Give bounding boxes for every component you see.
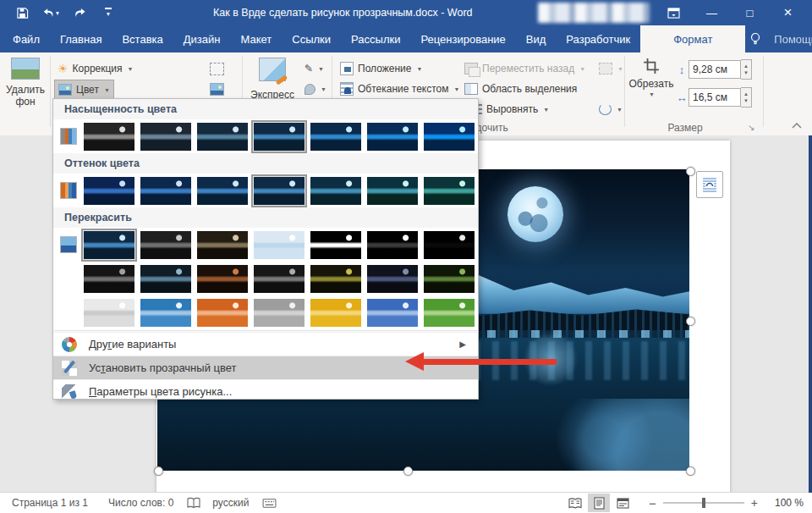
- maximize-button[interactable]: □: [731, 0, 769, 25]
- selection-handle-bottom-right[interactable]: [686, 466, 695, 476]
- color-variant-thumbnail[interactable]: [84, 231, 134, 259]
- height-input[interactable]: [689, 60, 741, 79]
- color-button[interactable]: Цвет ▼: [54, 80, 114, 100]
- read-mode-button[interactable]: [564, 494, 586, 512]
- group-caret-icon: ▼: [617, 66, 623, 72]
- web-layout-button[interactable]: [612, 494, 634, 512]
- color-variant-thumbnail[interactable]: [310, 123, 361, 151]
- tab-review[interactable]: Рецензирование: [410, 25, 515, 52]
- undo-icon[interactable]: ▾: [42, 3, 59, 22]
- height-spinner[interactable]: ▲▼: [741, 59, 752, 80]
- close-button[interactable]: ×: [769, 0, 807, 25]
- crop-caret-icon: ▼: [649, 91, 655, 97]
- tab-mailings[interactable]: Рассылки: [341, 25, 410, 52]
- color-variant-thumbnail[interactable]: [197, 231, 248, 259]
- ribbon-display-options-icon[interactable]: [655, 0, 693, 25]
- color-variant-thumbnail[interactable]: [254, 299, 304, 327]
- color-variant-thumbnail[interactable]: [140, 265, 191, 293]
- menu-item-picture-color-options[interactable]: Параметры цвета рисунка...: [53, 379, 478, 403]
- collapse-ribbon-icon[interactable]: [790, 120, 804, 135]
- color-variant-thumbnail[interactable]: [140, 231, 191, 259]
- color-variant-thumbnail[interactable]: [84, 265, 134, 293]
- width-input[interactable]: [689, 88, 741, 107]
- color-variant-thumbnail[interactable]: [254, 231, 304, 259]
- word-count[interactable]: Число слов: 0: [108, 497, 173, 509]
- picture-quick-styles-button[interactable]: Экспресс: [249, 58, 296, 101]
- color-variant-thumbnail[interactable]: [310, 177, 361, 205]
- corrections-button[interactable]: ☀ Коррекция ▼: [54, 59, 137, 78]
- proofing-icon[interactable]: [187, 497, 200, 509]
- tab-layout[interactable]: Макет: [230, 25, 282, 52]
- color-variant-thumbnail[interactable]: [367, 231, 418, 259]
- reset-picture-button[interactable]: [206, 80, 228, 98]
- help-tab-label[interactable]: Помощн: [774, 33, 812, 46]
- position-label: Положение: [358, 63, 411, 74]
- align-button[interactable]: Выровнять ▼: [467, 100, 552, 119]
- tab-developer[interactable]: Разработчик: [556, 25, 640, 52]
- tab-insert[interactable]: Вставка: [112, 25, 173, 52]
- remove-background-button[interactable]: Удалить фон: [3, 58, 47, 108]
- selection-handle-top-right[interactable]: [686, 167, 695, 176]
- color-variant-thumbnail[interactable]: [424, 299, 475, 327]
- width-spinner[interactable]: ▲▼: [741, 87, 752, 108]
- color-variant-thumbnail[interactable]: [140, 123, 191, 151]
- size-dialog-launcher-icon[interactable]: ↘: [748, 123, 754, 132]
- tab-format[interactable]: Формат: [640, 25, 745, 52]
- position-button[interactable]: Положение ▼: [337, 59, 425, 78]
- picture-effects-button[interactable]: ▼: [301, 80, 330, 98]
- selection-handle-bottom-middle[interactable]: [403, 466, 413, 476]
- color-variant-thumbnail[interactable]: [367, 177, 418, 205]
- lightbulb-icon[interactable]: [745, 29, 765, 49]
- save-icon[interactable]: [14, 3, 30, 22]
- color-variant-thumbnail[interactable]: [367, 265, 418, 293]
- color-variant-thumbnail[interactable]: [197, 177, 248, 205]
- tab-view[interactable]: Вид: [516, 25, 557, 52]
- minimize-button[interactable]: —: [693, 0, 731, 25]
- page-indicator[interactable]: Страница 1 из 1: [12, 497, 88, 509]
- picture-border-button[interactable]: ✎ ▼: [301, 59, 327, 78]
- color-variant-thumbnail[interactable]: [367, 299, 418, 327]
- color-variant-thumbnail[interactable]: [84, 177, 134, 205]
- crop-button[interactable]: Обрезать ▼: [629, 58, 673, 97]
- color-variant-thumbnail[interactable]: [84, 299, 134, 327]
- color-variant-thumbnail[interactable]: [84, 123, 134, 151]
- color-variant-thumbnail[interactable]: [310, 231, 361, 259]
- color-variant-thumbnail[interactable]: [424, 231, 475, 259]
- selection-pane-button[interactable]: Область выделения: [461, 80, 580, 98]
- tab-references[interactable]: Ссылки: [282, 25, 341, 52]
- wrap-text-button[interactable]: Обтекание текстом ▼: [337, 80, 463, 98]
- color-variant-thumbnail[interactable]: [197, 265, 248, 293]
- zoom-in-button[interactable]: +: [751, 496, 758, 510]
- zoom-slider-knob[interactable]: [702, 498, 705, 508]
- layout-options-button[interactable]: [696, 171, 723, 198]
- customize-qat-icon[interactable]: ▾: [100, 3, 117, 22]
- zoom-slider[interactable]: [663, 502, 744, 504]
- color-variant-thumbnail[interactable]: [254, 265, 304, 293]
- color-variant-thumbnail[interactable]: [310, 299, 361, 327]
- change-picture-button[interactable]: [206, 59, 228, 78]
- keyboard-icon[interactable]: [262, 498, 277, 509]
- color-variant-thumbnail[interactable]: [424, 177, 475, 205]
- color-variant-thumbnail[interactable]: [310, 265, 361, 293]
- tab-home[interactable]: Главная: [50, 25, 112, 52]
- language-indicator[interactable]: русский: [212, 497, 249, 509]
- color-variant-thumbnail[interactable]: [140, 177, 191, 205]
- color-variant-thumbnail[interactable]: [424, 123, 475, 151]
- color-variant-thumbnail[interactable]: [424, 265, 475, 293]
- color-variant-thumbnail[interactable]: [197, 299, 248, 327]
- tab-file[interactable]: Файл: [3, 25, 50, 52]
- zoom-percentage[interactable]: 100 %: [768, 497, 804, 509]
- color-variant-thumbnail[interactable]: [254, 177, 304, 205]
- selection-handle-bottom-left[interactable]: [154, 466, 163, 476]
- color-variant-thumbnail[interactable]: [254, 123, 304, 151]
- rotate-button[interactable]: ▼: [595, 100, 626, 119]
- zoom-out-button[interactable]: −: [649, 496, 656, 510]
- color-variant-thumbnail[interactable]: [140, 299, 191, 327]
- selection-handle-right-middle[interactable]: [686, 317, 695, 326]
- tab-design[interactable]: Дизайн: [173, 25, 231, 52]
- redo-icon[interactable]: [71, 3, 88, 22]
- color-variant-thumbnail[interactable]: [367, 123, 418, 151]
- print-layout-button[interactable]: [588, 494, 610, 512]
- undo-dropdown-arrow[interactable]: ▾: [56, 9, 59, 17]
- color-variant-thumbnail[interactable]: [197, 123, 248, 151]
